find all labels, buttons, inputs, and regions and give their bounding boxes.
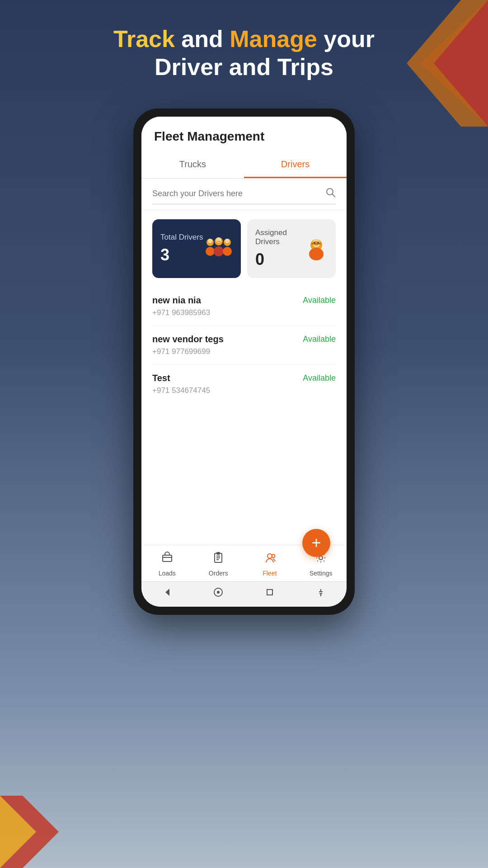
driver-row-2: new vendor tegs Available (152, 334, 336, 344)
svg-point-33 (217, 591, 220, 594)
search-input[interactable] (152, 189, 325, 198)
android-recents-button[interactable] (265, 587, 275, 599)
svg-point-20 (318, 242, 319, 244)
svg-rect-17 (311, 243, 321, 245)
tab-trucks[interactable]: Trucks (141, 152, 244, 178)
svg-point-11 (216, 237, 221, 243)
driver-status-3: Available (303, 373, 336, 383)
android-nav-bar (141, 581, 347, 607)
fleet-icon (263, 552, 276, 567)
assigned-drivers-value: 0 (255, 250, 305, 269)
svg-point-10 (214, 246, 224, 256)
driver-phone-3: +971 534674745 (152, 386, 336, 395)
android-home-button[interactable] (213, 587, 223, 599)
drivers-avatar-group (205, 237, 233, 260)
track-word: Track (113, 26, 175, 52)
title-bar: Fleet Management (141, 117, 347, 152)
loads-icon (161, 552, 174, 567)
driver-phone-1: +971 963985963 (152, 308, 336, 317)
driver-item[interactable]: new nia nia Available +971 963985963 (152, 287, 336, 326)
search-section (141, 179, 347, 210)
svg-point-13 (223, 247, 232, 256)
svg-point-14 (225, 239, 230, 243)
driver-status-1: Available (303, 296, 336, 305)
driver-name-2: new vendor tegs (152, 334, 224, 344)
phone-frame: Fleet Management Trucks Drivers (133, 108, 355, 615)
total-drivers-card: Total Drivers 3 (152, 219, 241, 278)
fleet-label: Fleet (263, 570, 277, 577)
svg-point-8 (208, 239, 212, 243)
driver-item[interactable]: new vendor tegs Available +971 977699699 (152, 326, 336, 365)
bg-decoration-left (0, 796, 63, 868)
driver-item[interactable]: Test Available +971 534674745 (152, 365, 336, 403)
driver-name-3: Test (152, 373, 170, 383)
nav-item-fleet[interactable]: Fleet (244, 552, 296, 577)
manage-word: Manage (230, 26, 317, 52)
android-menu-button[interactable] (316, 587, 326, 599)
search-input-wrap (152, 187, 336, 204)
orders-label: Orders (209, 570, 228, 577)
svg-point-18 (309, 248, 324, 260)
driver-name-1: new nia nia (152, 295, 201, 306)
app-content: Fleet Management Trucks Drivers (141, 117, 347, 607)
android-back-button[interactable] (162, 587, 172, 599)
add-driver-fab[interactable]: + (302, 529, 330, 557)
driver-phone-2: +971 977699699 (152, 347, 336, 356)
tab-drivers[interactable]: Drivers (244, 152, 347, 178)
total-drivers-value: 3 (160, 245, 203, 264)
driver-row-3: Test Available (152, 373, 336, 383)
drivers-list: new nia nia Available +971 963985963 new… (141, 287, 347, 545)
loads-label: Loads (159, 570, 176, 577)
nav-item-orders[interactable]: Orders (193, 552, 244, 577)
svg-rect-21 (163, 555, 172, 561)
assigned-avatar (305, 237, 328, 260)
assigned-drivers-info: Assigned Drivers 0 (255, 228, 305, 269)
svg-point-19 (314, 242, 315, 244)
total-drivers-label: Total Drivers (160, 233, 203, 242)
stats-row: Total Drivers 3 (141, 210, 347, 287)
header-tagline-2: Driver and Trips (0, 53, 488, 81)
search-icon (325, 187, 336, 200)
svg-marker-31 (165, 589, 169, 596)
assigned-drivers-label: Assigned Drivers (255, 228, 305, 246)
driver-status-2: Available (303, 335, 336, 344)
phone-screen: Fleet Management Trucks Drivers (141, 117, 347, 607)
total-drivers-info: Total Drivers 3 (160, 233, 203, 264)
svg-rect-34 (267, 590, 272, 595)
tab-bar: Trucks Drivers (141, 152, 347, 179)
svg-point-30 (319, 556, 323, 560)
assigned-drivers-card: Assigned Drivers 0 (247, 219, 336, 278)
header-section: Track and Manage your Driver and Trips (0, 25, 488, 81)
nav-item-loads[interactable]: Loads (141, 552, 193, 577)
driver-row-1: new nia nia Available (152, 295, 336, 306)
orders-icon (212, 552, 225, 567)
content-body: Total Drivers 3 (141, 210, 347, 607)
app-title: Fleet Management (154, 129, 334, 144)
svg-line-5 (333, 194, 335, 197)
header-tagline-1: Track and Manage your (0, 25, 488, 53)
svg-point-7 (206, 247, 215, 256)
settings-label: Settings (310, 570, 333, 577)
